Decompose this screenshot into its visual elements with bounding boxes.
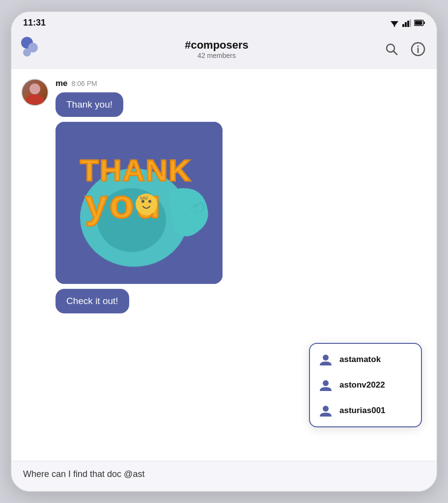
- autocomplete-dropdown: astamatok astonv2022 asturias001: [309, 343, 422, 427]
- header-center: #composers 42 members: [185, 39, 249, 59]
- svg-rect-6: [410, 19, 411, 27]
- message-time: 8:06 PM: [72, 80, 97, 87]
- status-time: 11:31: [23, 18, 46, 28]
- messages-column: me 8:06 PM Thank you!: [56, 79, 427, 313]
- message-meta: me 8:06 PM: [56, 79, 427, 88]
- username-suffix-2: onv2022: [352, 380, 385, 390]
- autocomplete-item-3[interactable]: asturias001: [310, 398, 421, 423]
- avatar: [21, 79, 49, 106]
- autocomplete-item-2[interactable]: astonv2022: [310, 372, 421, 398]
- header-left: [21, 37, 51, 61]
- info-button[interactable]: [409, 40, 427, 58]
- svg-point-2: [394, 25, 395, 27]
- svg-rect-4: [405, 22, 407, 27]
- header-right: [383, 40, 427, 58]
- message-group: me 8:06 PM Thank you!: [21, 79, 427, 313]
- status-bar: 11:31: [11, 12, 437, 32]
- user-avatar-icon-2: [319, 378, 333, 392]
- members-icon: [21, 37, 46, 61]
- message-bubble-1: Thank you!: [56, 92, 123, 117]
- compose-text[interactable]: Where can I find that doc @ast: [23, 469, 144, 479]
- message-bubble-2: Check it out!: [56, 289, 129, 313]
- svg-rect-3: [402, 24, 404, 27]
- svg-text:ωω: ωω: [140, 195, 148, 200]
- username-highlight-3: ast: [339, 406, 352, 415]
- svg-point-22: [148, 200, 151, 203]
- thank-you-sticker: THANK you ωω: [56, 122, 223, 284]
- username-2: astonv2022: [339, 380, 385, 390]
- svg-point-24: [323, 355, 329, 361]
- svg-line-11: [393, 51, 397, 55]
- user-avatar-icon-1: [319, 353, 333, 366]
- svg-rect-5: [407, 21, 409, 27]
- search-icon: [385, 42, 398, 56]
- header: #composers 42 members: [11, 32, 437, 69]
- signal-icon: [402, 19, 411, 27]
- sticker-bubble: THANK you ωω: [56, 122, 223, 284]
- username-suffix-1: amatok: [352, 355, 381, 364]
- svg-rect-8: [415, 21, 422, 25]
- username-highlight-2: ast: [339, 380, 352, 390]
- svg-point-25: [323, 380, 329, 386]
- avatar-image: [22, 80, 48, 105]
- autocomplete-item-1[interactable]: astamatok: [310, 347, 421, 372]
- battery-icon: [414, 20, 425, 26]
- member-count: 42 members: [185, 52, 249, 59]
- username-highlight-1: ast: [339, 355, 352, 364]
- username-3: asturias001: [339, 406, 386, 416]
- member-dot-3: [23, 49, 31, 56]
- status-icons: [390, 19, 425, 27]
- search-button[interactable]: [383, 40, 400, 58]
- svg-point-26: [323, 406, 329, 412]
- svg-point-14: [418, 46, 419, 47]
- user-avatar-icon-3: [319, 404, 333, 418]
- sender-name: me: [56, 79, 68, 88]
- username-suffix-3: urias001: [352, 406, 386, 415]
- channel-name: #composers: [185, 39, 249, 52]
- info-icon: [411, 42, 425, 56]
- username-1: astamatok: [339, 355, 381, 364]
- phone-frame: 11:31: [10, 11, 438, 492]
- compose-bar[interactable]: Where can I find that doc @ast: [11, 461, 437, 491]
- wifi-icon: [390, 19, 399, 27]
- svg-rect-9: [424, 22, 425, 24]
